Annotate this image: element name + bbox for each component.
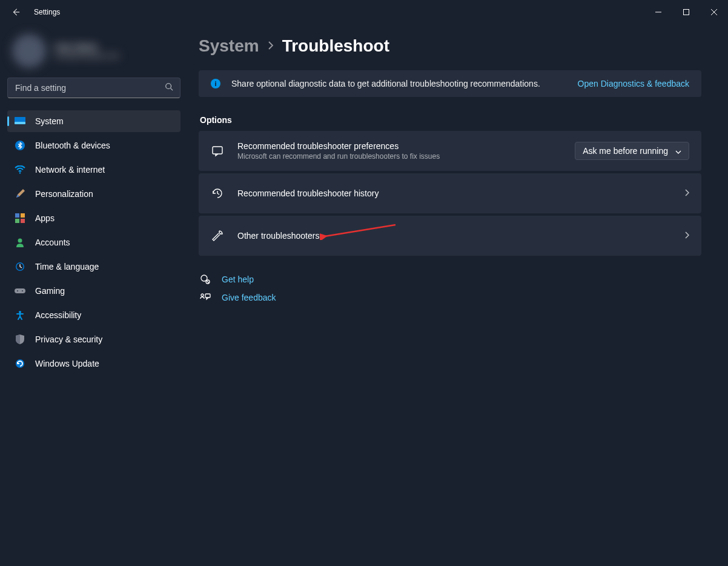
svg-point-19 — [22, 290, 23, 291]
search-input[interactable] — [7, 78, 180, 98]
paintbrush-icon — [15, 188, 25, 199]
breadcrumb-parent[interactable]: System — [199, 36, 259, 56]
sidebar-item-gaming[interactable]: Gaming — [7, 280, 180, 302]
bluetooth-icon — [15, 140, 25, 151]
user-email: user@example.com — [55, 52, 119, 60]
sidebar-item-label: Accessibility — [35, 310, 81, 320]
svg-point-18 — [17, 290, 18, 291]
chevron-right-icon — [684, 188, 689, 199]
sidebar-item-windows-update[interactable]: Windows Update — [7, 353, 180, 375]
feedback-icon — [200, 292, 211, 303]
sidebar-item-privacy[interactable]: Privacy & security — [7, 328, 180, 350]
clock-icon — [15, 261, 25, 272]
sidebar-item-label: Accounts — [35, 238, 70, 247]
chevron-right-icon — [268, 40, 274, 53]
banner-text: Share optional diagnostic data to get ad… — [231, 79, 567, 88]
svg-line-5 — [171, 88, 173, 91]
give-feedback-row: Give feedback — [200, 292, 701, 303]
shield-icon — [15, 334, 25, 345]
option-subtitle: Microsoft can recommend and run troubles… — [237, 152, 561, 161]
accessibility-icon — [15, 310, 25, 321]
info-banner: i Share optional diagnostic data to get … — [199, 70, 701, 97]
sidebar-item-time-language[interactable]: Time & language — [7, 256, 180, 278]
sidebar-item-label: Time & language — [35, 262, 99, 271]
sidebar-item-label: Windows Update — [35, 359, 99, 368]
give-feedback-link[interactable]: Give feedback — [222, 293, 276, 302]
dropdown-value: Ask me before running — [583, 146, 668, 156]
section-title: Options — [199, 115, 701, 125]
svg-rect-12 — [15, 219, 19, 223]
svg-rect-13 — [21, 219, 25, 223]
option-title: Other troubleshooters — [237, 231, 671, 241]
diagnostics-feedback-link[interactable]: Open Diagnostics & feedback — [578, 79, 689, 88]
maximize-button[interactable] — [672, 2, 700, 22]
troubleshooter-preferences-row[interactable]: Recommended troubleshooter preferences M… — [199, 131, 701, 171]
sidebar-item-apps[interactable]: Apps — [7, 207, 180, 229]
minimize-button[interactable] — [644, 2, 672, 22]
history-icon — [211, 187, 224, 200]
svg-rect-1 — [684, 10, 689, 15]
svg-point-4 — [166, 84, 171, 89]
main-content: System Troubleshoot i Share optional dia… — [188, 24, 728, 566]
wrench-icon — [211, 229, 224, 242]
sidebar-item-label: Bluetooth & devices — [35, 141, 110, 150]
troubleshooter-history-row[interactable]: Recommended troubleshooter history — [199, 173, 701, 213]
sidebar-item-label: Apps — [35, 213, 55, 223]
back-button[interactable] — [10, 6, 22, 18]
sidebar-item-label: Gaming — [35, 286, 65, 296]
svg-point-26 — [201, 294, 204, 296]
svg-point-20 — [19, 311, 21, 313]
info-icon: i — [211, 79, 220, 88]
option-title: Recommended troubleshooter history — [237, 188, 671, 198]
other-troubleshooters-row[interactable]: Other troubleshooters — [199, 216, 701, 256]
svg-rect-10 — [15, 213, 19, 218]
help-icon — [200, 274, 211, 285]
close-button[interactable] — [700, 2, 728, 22]
svg-rect-27 — [205, 294, 210, 298]
svg-rect-7 — [15, 122, 25, 124]
get-help-row: Get help — [200, 274, 701, 285]
user-account-block[interactable]: User Name user@example.com — [12, 32, 180, 70]
app-title: Settings — [34, 8, 60, 16]
sidebar-item-label: System — [35, 116, 64, 126]
sidebar-item-accounts[interactable]: Accounts — [7, 231, 180, 253]
sidebar-item-label: Personalization — [35, 189, 93, 199]
sidebar-item-network[interactable]: Network & internet — [7, 159, 180, 181]
user-name: User Name — [55, 42, 119, 52]
sidebar: User Name user@example.com System Blueto… — [0, 24, 188, 566]
preferences-dropdown[interactable]: Ask me before running — [575, 142, 689, 160]
avatar — [12, 34, 46, 68]
svg-point-9 — [19, 172, 21, 173]
chevron-right-icon — [684, 230, 689, 241]
option-title: Recommended troubleshooter preferences — [237, 141, 561, 151]
sidebar-item-personalization[interactable]: Personalization — [7, 183, 180, 205]
search-icon — [165, 82, 173, 93]
chat-icon — [211, 144, 224, 158]
svg-rect-17 — [15, 288, 25, 293]
system-icon — [15, 116, 25, 127]
page-title: Troubleshoot — [282, 36, 389, 56]
chevron-down-icon — [675, 146, 681, 156]
get-help-link[interactable]: Get help — [222, 275, 254, 284]
svg-rect-11 — [21, 213, 25, 218]
sidebar-item-system[interactable]: System — [7, 110, 180, 132]
person-icon — [15, 237, 25, 248]
svg-rect-22 — [213, 147, 222, 154]
sidebar-item-label: Privacy & security — [35, 335, 102, 344]
sidebar-item-label: Network & internet — [35, 165, 105, 175]
sidebar-item-bluetooth[interactable]: Bluetooth & devices — [7, 135, 180, 156]
update-icon — [15, 358, 25, 369]
apps-icon — [15, 213, 25, 224]
gamepad-icon — [15, 285, 25, 296]
titlebar: Settings — [0, 0, 728, 24]
breadcrumb: System Troubleshoot — [199, 36, 701, 56]
svg-point-14 — [18, 239, 22, 243]
sidebar-item-accessibility[interactable]: Accessibility — [7, 304, 180, 326]
wifi-icon — [15, 164, 25, 175]
